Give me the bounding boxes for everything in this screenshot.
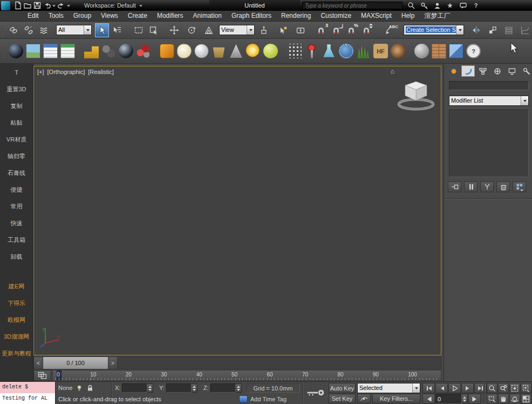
grass-icon[interactable] xyxy=(356,44,371,58)
flask-icon[interactable] xyxy=(322,44,336,58)
selection-filter-combo[interactable]: All xyxy=(56,25,92,35)
key-icon[interactable] xyxy=(420,2,428,9)
tab-utilities[interactable] xyxy=(520,65,532,77)
next-key-button[interactable] xyxy=(468,394,481,404)
auto-key-button[interactable]: Auto Key xyxy=(329,383,356,393)
x-coordinate-field[interactable] xyxy=(122,383,153,393)
tab-create[interactable] xyxy=(447,65,460,77)
sidebar-item-quick[interactable]: 快速 xyxy=(11,219,23,227)
z-coordinate-field[interactable] xyxy=(210,383,242,393)
select-and-move-button[interactable] xyxy=(167,23,181,37)
angle-snap-toggle[interactable] xyxy=(329,23,343,37)
sidebar-item-toolbox[interactable]: 工具箱 xyxy=(8,236,25,244)
select-and-manipulate-button[interactable] xyxy=(276,23,290,37)
home-icon[interactable]: ⌂ xyxy=(391,68,394,75)
set-key-button[interactable]: Set Key xyxy=(329,394,356,403)
default-tangent-button[interactable] xyxy=(357,394,371,403)
selection-lock-icon[interactable] xyxy=(86,384,94,392)
menu-modifiers[interactable]: Modifiers xyxy=(152,11,188,21)
communication-icon[interactable] xyxy=(459,2,467,9)
key-mode-combo[interactable]: Selected xyxy=(357,383,420,393)
workspace-selector[interactable]: Workspace: Default xyxy=(84,2,144,9)
toolbar-grip[interactable] xyxy=(4,45,5,57)
sidebar-item-copy[interactable]: 复制 xyxy=(11,102,23,110)
make-unique-button[interactable] xyxy=(480,181,494,192)
previous-key-button[interactable] xyxy=(422,394,435,404)
maxscript-mini-listener[interactable]: delete $ Testing for AL xyxy=(0,382,56,404)
green-sphere-icon[interactable] xyxy=(263,44,278,58)
sidebar-item-common[interactable]: 常用 xyxy=(11,203,23,210)
sidebar-item-vr-material[interactable]: VR材质 xyxy=(6,136,26,143)
select-object-button[interactable] xyxy=(95,23,109,37)
reference-coordinate-combo[interactable]: View xyxy=(219,25,255,35)
dark-sphere-icon[interactable] xyxy=(9,44,23,58)
frame-input[interactable] xyxy=(435,394,462,404)
macro-recorder-line[interactable]: delete $ xyxy=(0,382,55,393)
edit-named-selection-sets-button[interactable]: ABC xyxy=(381,23,399,37)
pin-stack-button[interactable] xyxy=(448,181,461,192)
sun-icon[interactable] xyxy=(246,44,261,58)
camera-icon[interactable] xyxy=(391,44,405,58)
spinner-icon[interactable] xyxy=(147,383,153,393)
next-frame-button[interactable]: > xyxy=(108,357,118,369)
menu-group[interactable]: Group xyxy=(69,11,96,21)
menu-animation[interactable]: Animation xyxy=(188,11,227,21)
swirl-sphere-icon[interactable] xyxy=(119,44,133,58)
select-and-rotate-button[interactable] xyxy=(185,23,199,37)
spinner-snap-toggle[interactable] xyxy=(359,23,373,37)
viewport-pov-menu[interactable]: [Orthographic] xyxy=(47,69,85,75)
menu-tools[interactable]: Tools xyxy=(44,11,69,21)
favorites-star-icon[interactable]: ★ xyxy=(446,2,454,9)
object-name-input[interactable] xyxy=(449,81,529,90)
select-and-link-button[interactable] xyxy=(6,23,21,37)
mini-curve-editor-button[interactable] xyxy=(33,370,51,381)
tab-hierarchy[interactable] xyxy=(476,65,489,77)
unlink-selection-button[interactable] xyxy=(22,23,36,37)
dropdown-arrow-icon[interactable] xyxy=(412,383,420,393)
maximize-viewport-toggle[interactable] xyxy=(521,394,531,404)
curve-editor-button[interactable] xyxy=(518,23,532,37)
table-blue-icon[interactable] xyxy=(43,44,58,58)
menu-maxscript[interactable]: MAXScript xyxy=(356,11,397,21)
sidebar-item-reset-3d[interactable]: 重置3D xyxy=(6,85,26,93)
keyboard-override-toggle[interactable] xyxy=(294,23,308,37)
previous-frame-button[interactable]: < xyxy=(34,357,43,369)
layer-manager-button[interactable] xyxy=(502,23,516,37)
workspace-dropdown-icon[interactable] xyxy=(139,5,142,9)
time-slider-track[interactable] xyxy=(118,357,441,369)
x-input[interactable] xyxy=(122,383,147,393)
play-button[interactable] xyxy=(448,383,461,393)
rectangular-selection-region-button[interactable] xyxy=(132,23,146,37)
menu-customize[interactable]: Customize xyxy=(316,11,356,21)
undo-button[interactable] xyxy=(42,1,52,10)
modifier-list-combo[interactable]: Modifier List xyxy=(449,96,529,106)
table-green-icon[interactable] xyxy=(60,44,75,58)
redo-button[interactable] xyxy=(57,1,66,10)
tab-modify[interactable] xyxy=(461,65,475,77)
listener-line[interactable]: Testing for AL xyxy=(0,393,55,404)
menu-graph-editors[interactable]: Graph Editors xyxy=(227,11,276,21)
red-pin-icon[interactable] xyxy=(304,44,319,58)
toolbar-grip[interactable] xyxy=(2,24,3,36)
menu-render-dream-factory[interactable]: 渲梦工厂 xyxy=(419,11,455,21)
viewport[interactable]: [+] [Orthographic] [Realistic] ⌂ y x xyxy=(33,66,441,355)
application-menu-button[interactable] xyxy=(1,1,10,10)
gears-icon[interactable] xyxy=(101,44,116,58)
current-frame-field[interactable] xyxy=(435,394,468,404)
undo-dropdown-icon[interactable] xyxy=(52,5,56,9)
viewcube[interactable] xyxy=(395,77,436,112)
sidebar-item-pivot-zero[interactable]: 轴归零 xyxy=(8,152,25,160)
time-slider-handle[interactable]: 0 / 100 xyxy=(43,357,108,369)
sidebar-item-uninstall[interactable]: 卸载 xyxy=(11,253,23,260)
menu-create[interactable]: Create xyxy=(123,11,152,21)
sidebar-item-3d-liuliu[interactable]: 3D溜溜网 xyxy=(4,333,29,340)
dropdown-arrow-icon[interactable] xyxy=(456,25,463,35)
sidebar-item-updates-tutorials[interactable]: 更新与教程 xyxy=(2,349,31,357)
spinner-icon[interactable] xyxy=(462,394,468,404)
isolate-selection-icon[interactable] xyxy=(76,384,83,392)
align-button[interactable] xyxy=(486,23,500,37)
spinner-icon[interactable] xyxy=(192,383,197,393)
zoom-all-button[interactable] xyxy=(498,383,509,393)
orbit-button[interactable] xyxy=(509,394,520,404)
time-tag-icon[interactable] xyxy=(239,395,248,403)
